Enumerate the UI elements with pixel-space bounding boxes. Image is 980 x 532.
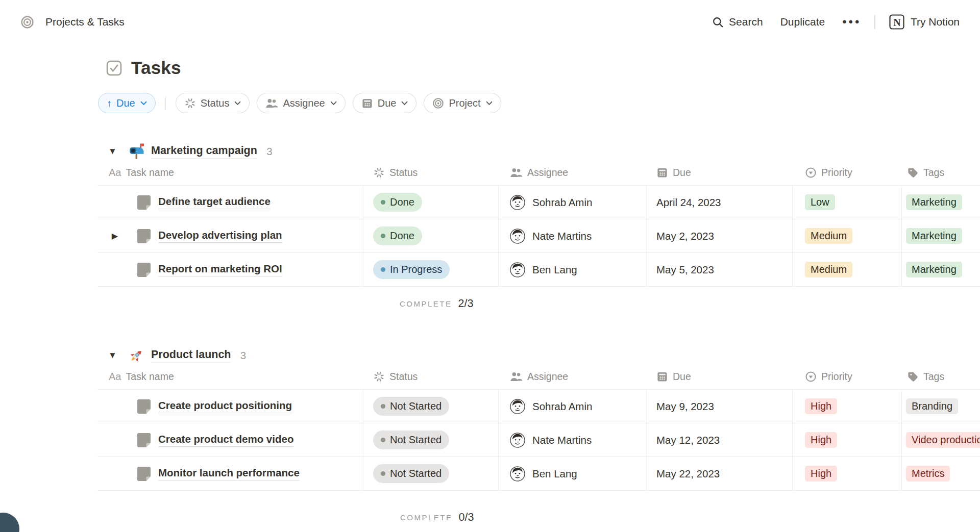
task-title[interactable]: Define target audience xyxy=(158,195,271,209)
duplicate-button[interactable]: Duplicate xyxy=(780,16,825,28)
assignee-cell[interactable]: Nate Martins xyxy=(499,423,647,457)
due-cell[interactable]: May 9, 2023 xyxy=(647,390,793,423)
page-icon xyxy=(137,229,151,243)
table-row: Define target audience Done Sohrab Amin … xyxy=(97,186,980,219)
due-cell[interactable]: May 22, 2023 xyxy=(647,457,793,490)
try-notion-label: Try Notion xyxy=(911,16,960,28)
group-header[interactable]: ▼ Product launch 3 xyxy=(108,347,980,364)
column-header-tags[interactable]: Tags xyxy=(902,160,980,185)
column-header-assignee[interactable]: Assignee xyxy=(499,160,647,185)
assignee-cell[interactable]: Sohrab Amin xyxy=(499,390,647,423)
tag[interactable]: Metrics xyxy=(906,466,950,482)
topbar-divider xyxy=(874,15,875,29)
filter-divider xyxy=(165,96,166,110)
status-badge[interactable]: Not Started xyxy=(373,430,449,449)
search-button[interactable]: Search xyxy=(712,16,763,28)
column-header-status[interactable]: Status xyxy=(363,160,499,185)
priority-tag[interactable]: Medium xyxy=(805,262,852,277)
priority-icon xyxy=(805,167,817,179)
column-header-assignee[interactable]: Assignee xyxy=(499,364,647,389)
column-header-due[interactable]: Due xyxy=(647,364,793,389)
sort-ascending-icon: ↑ xyxy=(107,97,112,109)
group-aggregate[interactable]: COMPLETE 2/3 xyxy=(97,287,980,320)
group-header[interactable]: ▼ Marketing campaign 3 xyxy=(108,143,980,160)
status-badge[interactable]: In Progress xyxy=(373,260,450,279)
task-title[interactable]: Create product demo video xyxy=(158,433,293,447)
column-header-tags[interactable]: Tags xyxy=(902,364,980,389)
breadcrumb[interactable]: Projects & Tasks xyxy=(20,15,125,29)
task-title[interactable]: Monitor launch performance xyxy=(158,467,300,480)
try-notion-button[interactable]: N Try Notion xyxy=(889,14,960,31)
filter-pill-due[interactable]: Due xyxy=(353,93,417,113)
column-header-due[interactable]: Due xyxy=(647,160,793,185)
page-title[interactable]: Tasks xyxy=(131,58,181,78)
calendar-icon xyxy=(656,371,668,383)
filter-pill-status[interactable]: Status xyxy=(176,93,250,113)
filter-bar: ↑ Due Status Assignee Due Project xyxy=(98,93,980,113)
status-badge[interactable]: Done xyxy=(373,193,422,212)
due-cell[interactable]: May 2, 2023 xyxy=(647,219,793,252)
filter-pill-project[interactable]: Project xyxy=(424,93,501,113)
tasks-table: Aa Task name Status Assignee Due Priorit… xyxy=(97,160,980,320)
sort-pill-due[interactable]: ↑ Due xyxy=(98,93,156,113)
collapse-group-icon[interactable]: ▼ xyxy=(108,146,117,157)
status-dot-icon xyxy=(381,200,385,205)
status-dot-icon xyxy=(381,438,385,442)
tag[interactable]: Video production xyxy=(906,432,980,448)
priority-tag[interactable]: Medium xyxy=(805,228,852,244)
avatar xyxy=(510,195,525,210)
expand-row-icon[interactable]: ▶ xyxy=(110,231,120,241)
table-row: Create product positioning Not Started S… xyxy=(97,390,980,423)
assignee-cell[interactable]: Sohrab Amin xyxy=(499,186,647,219)
tag[interactable]: Marketing xyxy=(906,194,962,210)
assignee-cell[interactable]: Nate Martins xyxy=(499,219,647,252)
task-title[interactable]: Create product positioning xyxy=(158,399,292,413)
due-cell[interactable]: May 5, 2023 xyxy=(647,253,793,286)
column-header-task-name[interactable]: Aa Task name xyxy=(97,160,363,185)
table-row: Create product demo video Not Started Na… xyxy=(97,423,980,457)
priority-tag[interactable]: High xyxy=(805,398,837,414)
due-cell[interactable]: May 12, 2023 xyxy=(647,423,793,457)
priority-tag[interactable]: High xyxy=(805,466,837,482)
tag[interactable]: Branding xyxy=(906,398,958,414)
search-label: Search xyxy=(729,16,763,28)
group-title[interactable]: Marketing campaign xyxy=(151,144,257,159)
status-badge[interactable]: Not Started xyxy=(373,397,449,416)
assignee-cell[interactable]: Ben Lang xyxy=(499,457,647,490)
status-badge[interactable]: Done xyxy=(373,226,422,245)
task-title[interactable]: Report on marketing ROI xyxy=(158,263,282,276)
filter-due-label: Due xyxy=(378,97,397,109)
due-cell[interactable]: April 24, 2023 xyxy=(647,186,793,219)
chevron-down-icon xyxy=(401,101,408,106)
svg-text:N: N xyxy=(893,16,901,28)
column-header-priority[interactable]: Priority xyxy=(793,160,902,185)
chevron-down-icon xyxy=(330,101,337,106)
priority-icon xyxy=(805,371,817,383)
chevron-down-icon xyxy=(234,101,241,106)
assignee-cell[interactable]: Ben Lang xyxy=(499,253,647,286)
tags-icon xyxy=(907,371,919,383)
table-row: Report on marketing ROI In Progress Ben … xyxy=(97,253,980,287)
column-header-status[interactable]: Status xyxy=(363,364,499,389)
collapse-group-icon[interactable]: ▼ xyxy=(108,350,117,361)
tag[interactable]: Marketing xyxy=(906,262,962,277)
table-header-row: Aa Task name Status Assignee Due Priorit… xyxy=(97,160,980,186)
group-title[interactable]: Product launch xyxy=(151,348,231,363)
status-dot-icon xyxy=(381,404,385,409)
chevron-down-icon xyxy=(486,101,493,106)
filter-pill-assignee[interactable]: Assignee xyxy=(257,93,345,113)
status-dot-icon xyxy=(381,267,385,272)
priority-tag[interactable]: High xyxy=(805,432,837,448)
column-header-priority[interactable]: Priority xyxy=(793,364,902,389)
tag[interactable]: Marketing xyxy=(906,228,962,244)
status-badge[interactable]: Not Started xyxy=(373,464,449,483)
priority-tag[interactable]: Low xyxy=(805,194,835,210)
notion-logo-icon: N xyxy=(889,14,905,31)
more-button[interactable]: ••• xyxy=(842,15,861,29)
column-header-task-name[interactable]: Aa Task name xyxy=(97,364,363,389)
task-title[interactable]: Develop advertising plan xyxy=(158,229,282,243)
people-icon xyxy=(510,167,523,178)
checkbox-icon xyxy=(106,60,122,76)
status-spinner-icon xyxy=(373,167,385,179)
group-aggregate[interactable]: COMPLETE 0/3 xyxy=(0,502,980,532)
